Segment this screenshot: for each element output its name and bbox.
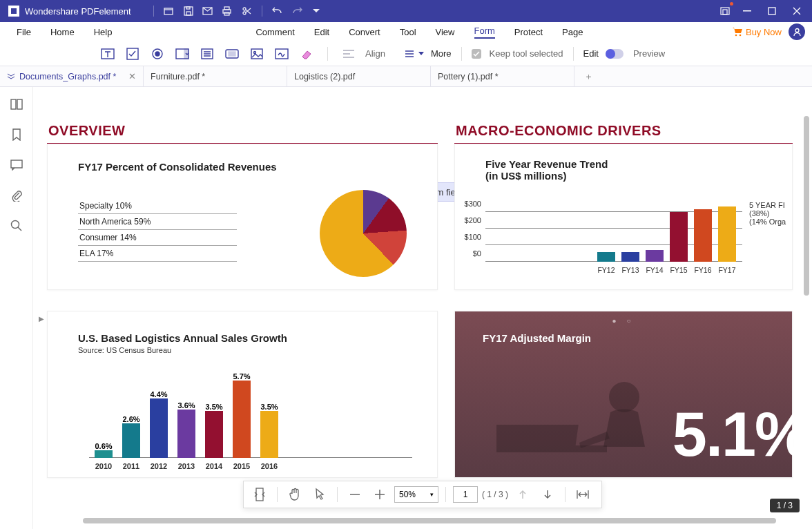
- redo-icon[interactable]: [287, 3, 307, 19]
- fit-page-icon[interactable]: [249, 484, 270, 505]
- keep-tool-checkbox[interactable]: [472, 49, 481, 59]
- menubar: File Home Help Comment Edit Convert Tool…: [0, 22, 812, 41]
- print-icon[interactable]: [218, 3, 237, 19]
- close-tab-icon[interactable]: ✕: [128, 71, 136, 81]
- horizontal-scrollbar[interactable]: [83, 518, 776, 523]
- svg-rect-2: [186, 12, 191, 15]
- menu-edit[interactable]: Edit: [304, 24, 339, 40]
- legend-item: North America 59%: [78, 214, 237, 230]
- overview-card: FY17 Percent of Consolidated Revenues Sp…: [47, 144, 438, 290]
- photo-illustration: [496, 369, 676, 473]
- svg-rect-13: [768, 8, 775, 15]
- svg-point-16: [795, 28, 799, 32]
- preview-label: Preview: [633, 48, 665, 59]
- close-button[interactable]: [784, 0, 809, 22]
- bar-fy15: [670, 212, 688, 262]
- svg-point-35: [609, 382, 639, 412]
- vertical-scrollbar[interactable]: [804, 116, 809, 296]
- menu-form[interactable]: Form: [465, 23, 505, 41]
- attachment-icon[interactable]: [9, 188, 24, 203]
- edit-preview-toggle[interactable]: [606, 49, 624, 59]
- scissors-icon[interactable]: [237, 3, 256, 19]
- zoom-out-icon[interactable]: [345, 484, 365, 505]
- svg-point-8: [243, 8, 246, 10]
- buy-now-button[interactable]: Buy Now: [732, 27, 782, 37]
- menu-tool[interactable]: Tool: [390, 24, 426, 40]
- add-tab-button[interactable]: ＋: [574, 66, 602, 86]
- svg-rect-33: [496, 445, 607, 452]
- undo-icon[interactable]: [268, 3, 287, 19]
- section-overview: OVERVIEW: [47, 120, 438, 146]
- image-tool-icon[interactable]: [246, 44, 268, 64]
- combo-tool-icon[interactable]: [171, 44, 193, 64]
- page-input[interactable]: [453, 486, 478, 503]
- radio-tool-icon[interactable]: [146, 44, 168, 64]
- save-icon[interactable]: [179, 3, 198, 19]
- svg-rect-30: [17, 99, 22, 109]
- more-tool-icon[interactable]: [403, 44, 425, 64]
- app-logo: [8, 6, 19, 17]
- more-label[interactable]: More: [431, 48, 452, 59]
- fit-width-icon[interactable]: [572, 484, 593, 505]
- list-tool-icon[interactable]: [196, 44, 218, 64]
- menu-home[interactable]: Home: [41, 24, 84, 40]
- text-field-tool-icon[interactable]: [97, 44, 119, 64]
- logistics-bar-chart: 0.6% 2.6% 4.4% 3.6% 3.5% 5.7% 3.5%: [95, 365, 408, 458]
- doc-tab-3[interactable]: Logistics (2).pdf: [287, 66, 431, 86]
- legend-item: Consumer 14%: [78, 230, 237, 246]
- dropdown-icon[interactable]: [307, 3, 326, 19]
- align-tool-icon[interactable]: [338, 44, 360, 64]
- svg-rect-7: [224, 12, 229, 15]
- mail-icon[interactable]: [198, 3, 218, 19]
- next-page-icon[interactable]: [537, 484, 558, 505]
- svg-rect-6: [224, 7, 229, 10]
- align-label[interactable]: Align: [365, 48, 385, 59]
- prev-page-icon[interactable]: [512, 484, 533, 505]
- minimize-button[interactable]: [735, 0, 760, 22]
- titlebar: Wondershare PDFelement: [0, 0, 812, 22]
- macro-card: Five Year Revenue Trend (in US$ millions…: [454, 144, 793, 290]
- doc-tab-2[interactable]: Furniture.pdf *: [144, 66, 287, 86]
- checkbox-tool-icon[interactable]: [122, 44, 144, 64]
- doc-tab-1[interactable]: Documents_Graphs.pdf * ✕: [0, 66, 144, 86]
- signature-tool-icon[interactable]: [271, 44, 293, 64]
- revenue-bar-chart: $0 $100 $200 $300 FY12 FY13 FY14 FY15 FY…: [485, 191, 742, 274]
- notification-icon[interactable]: [715, 3, 735, 19]
- menu-convert[interactable]: Convert: [339, 24, 390, 40]
- svg-point-32: [11, 221, 19, 229]
- button-tool-icon[interactable]: [221, 44, 243, 64]
- menu-protect[interactable]: Protect: [505, 24, 552, 40]
- macro-subtitle2: (in US$ millions): [485, 170, 608, 182]
- logistics-title: U.S. Based Logistics Annual Sales Growth: [78, 332, 287, 344]
- search-icon[interactable]: [9, 218, 24, 233]
- menu-page[interactable]: Page: [552, 24, 592, 40]
- chevron-double-down-icon: [7, 73, 15, 80]
- zoom-in-icon[interactable]: [369, 484, 390, 505]
- menu-comment[interactable]: Comment: [246, 24, 304, 40]
- menu-view[interactable]: View: [426, 24, 465, 40]
- hand-tool-icon[interactable]: [284, 484, 305, 505]
- doc-tab-4[interactable]: Pottery (1).pdf *: [431, 66, 574, 86]
- select-tool-icon[interactable]: [309, 484, 330, 505]
- pie-legend: Specialty 10% North America 59% Consumer…: [78, 198, 237, 262]
- margin-card: ● ○ FY17 Adjusted Margin 5.1%: [454, 311, 793, 478]
- app-title: Wondershare PDFelement: [25, 6, 131, 17]
- zoom-select[interactable]: 50%▾: [394, 486, 438, 503]
- open-icon[interactable]: [160, 3, 179, 19]
- comment-icon[interactable]: [9, 157, 24, 173]
- bookmark-icon[interactable]: [9, 127, 24, 142]
- overview-subtitle: FY17 Percent of Consolidated Revenues: [78, 161, 277, 173]
- user-avatar[interactable]: [789, 23, 805, 40]
- legend-item: ELA 17%: [78, 246, 237, 262]
- carousel-dots[interactable]: ● ○: [455, 317, 792, 325]
- menu-help[interactable]: Help: [84, 24, 122, 40]
- maximize-button[interactable]: [760, 0, 784, 22]
- menu-file[interactable]: File: [7, 24, 41, 40]
- expand-sidebar-handle[interactable]: ▶: [39, 315, 44, 323]
- pie-chart: [320, 190, 407, 277]
- document-canvas: This document contains interactive form …: [33, 87, 812, 529]
- thumbnails-icon[interactable]: [9, 97, 24, 112]
- logistics-card: U.S. Based Logistics Annual Sales Growth…: [47, 311, 438, 478]
- svg-rect-25: [229, 52, 235, 56]
- eraser-tool-icon[interactable]: [296, 44, 318, 64]
